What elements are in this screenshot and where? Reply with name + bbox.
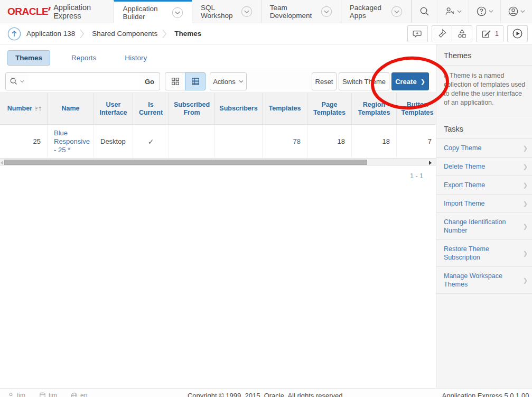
chevron-down-icon[interactable] (241, 6, 253, 17)
up-arrow-button[interactable] (7, 27, 21, 41)
search-column-select-button[interactable] (5, 72, 29, 90)
horizontal-scrollbar[interactable] (0, 159, 436, 165)
globe-icon (71, 392, 78, 397)
chevron-right-icon: ❯ (523, 222, 528, 230)
task-delete-theme[interactable]: Delete Theme❯ (436, 158, 532, 176)
reset-button[interactable]: Reset (312, 72, 337, 90)
templates-count-link[interactable]: 78 (293, 137, 301, 146)
nav-tab-application-builder[interactable]: Application Builder (114, 0, 192, 23)
column-header-subscribers[interactable]: Subscribers (215, 93, 263, 125)
chevron-down-icon (239, 80, 244, 83)
oracle-logo[interactable]: ORACLE Application Express (0, 0, 114, 23)
column-header-number[interactable]: Number (0, 93, 48, 125)
themes-report-table: Number Name User Interface Is Current Su… (0, 93, 436, 159)
product-name: Application Express (53, 3, 103, 20)
pagination-range: 1 - 1 (410, 172, 423, 180)
icon-view-button[interactable] (165, 72, 185, 90)
chevron-down-icon (520, 10, 525, 13)
edit-page-button[interactable]: 1 (476, 25, 503, 42)
search-icon (10, 77, 18, 86)
footer-workspace: tim (39, 392, 57, 397)
search-button[interactable] (412, 0, 437, 23)
breadcrumb-bar: Application 138 Shared Components Themes… (0, 23, 532, 44)
column-header-is-current[interactable]: Is Current (133, 93, 169, 125)
nav-tab-label: SQL Workshop (201, 4, 236, 20)
scroll-left-arrow-icon[interactable] (1, 161, 3, 165)
task-restore-theme-subscription[interactable]: Restore Theme Subscription❯ (436, 240, 532, 267)
task-import-theme[interactable]: Import Theme❯ (436, 195, 532, 213)
task-export-theme[interactable]: Export Theme❯ (436, 176, 532, 195)
chevron-down-icon[interactable] (172, 7, 183, 19)
cell-subscribed-from (169, 125, 215, 159)
task-copy-theme[interactable]: Copy Theme❯ (436, 139, 532, 158)
breadcrumb-application[interactable]: Application 138 (26, 30, 75, 38)
nav-tab-team-development[interactable]: Team Development (261, 0, 341, 23)
report-view-button[interactable] (185, 72, 206, 90)
tab-themes[interactable]: Themes (7, 50, 50, 66)
column-header-name[interactable]: Name (48, 93, 94, 125)
chevron-down-icon (489, 10, 493, 13)
administration-menu-button[interactable] (437, 0, 469, 23)
search-input[interactable] (28, 72, 140, 90)
nav-tab-label: Application Builder (123, 5, 167, 21)
page-tabs: Themes Reports History (7, 50, 168, 66)
column-header-templates[interactable]: Templates (263, 93, 307, 125)
nav-tab-packaged-apps[interactable]: Packaged Apps (341, 0, 412, 23)
sort-ascending-icon (35, 106, 42, 112)
go-button[interactable]: Go (139, 72, 160, 90)
oracle-trademark-icon (48, 7, 51, 11)
shared-components-button[interactable] (452, 25, 472, 42)
chevron-right-icon: ❯ (523, 162, 528, 171)
breadcrumb-separator-icon (162, 27, 167, 41)
play-icon (512, 28, 523, 39)
cell-user-interface: Desktop (94, 125, 133, 159)
scrollbar-thumb[interactable] (4, 160, 367, 165)
cell-templates: 78 (263, 125, 307, 159)
footer: tim tim en Copyright © 1999, 2015, Oracl… (0, 388, 532, 397)
edit-page-number: 1 (495, 30, 499, 38)
cell-subscribers (215, 125, 263, 159)
chevron-down-icon[interactable] (321, 6, 332, 17)
utilities-button-group (432, 25, 472, 42)
nav-tab-label: Packaged Apps (350, 4, 386, 20)
task-manage-workspace-themes[interactable]: Manage Workspace Themes❯ (436, 267, 532, 294)
actions-label: Actions (213, 78, 236, 86)
report-view-icon (191, 77, 200, 86)
task-change-identification-number[interactable]: Change Identification Number❯ (436, 213, 532, 240)
column-header-user-interface[interactable]: User Interface (94, 93, 133, 125)
check-icon: ✓ (148, 137, 154, 146)
scroll-right-arrow-icon[interactable] (429, 161, 432, 165)
chevron-down-icon[interactable] (391, 6, 403, 17)
column-header-subscribed-from[interactable]: Subscribed From (169, 93, 215, 125)
tab-history[interactable]: History (117, 51, 154, 65)
cell-number: 25 (0, 125, 48, 159)
tab-reports[interactable]: Reports (64, 51, 104, 65)
right-sidebar: Themes A Theme is a named collection of … (436, 44, 532, 388)
actions-menu-button[interactable]: Actions (210, 72, 247, 90)
report-toolbar: Go Actions Reset Switch Theme Create ❯ (0, 69, 436, 93)
breadcrumb-shared-components[interactable]: Shared Components (92, 30, 157, 38)
nav-tab-label: Team Development (270, 4, 316, 20)
footer-language: en (71, 392, 87, 397)
chevron-right-icon: ❯ (523, 249, 528, 257)
run-application-button[interactable] (507, 25, 528, 42)
nav-tab-sql-workshop[interactable]: SQL Workshop (192, 0, 261, 23)
admin-wrench-icon (444, 6, 455, 17)
column-header-button-templates[interactable]: Button Templates (397, 93, 436, 125)
spotlight-search-button[interactable] (432, 25, 452, 42)
column-header-region-templates[interactable]: Region Templates (352, 93, 397, 125)
theme-name-link[interactable]: Blue Responsive - 25 * (54, 129, 90, 154)
column-header-page-templates[interactable]: Page Templates (307, 93, 352, 125)
switch-theme-button[interactable]: Switch Theme (339, 72, 389, 90)
feedback-button[interactable] (407, 25, 428, 42)
cell-name: Blue Responsive - 25 * (48, 125, 94, 159)
breadcrumb-themes: Themes (174, 30, 201, 38)
create-button[interactable]: Create ❯ (391, 72, 429, 90)
sidebar-about-title: Themes (436, 44, 532, 66)
help-menu-button[interactable] (469, 0, 500, 23)
user-menu-button[interactable] (500, 0, 532, 23)
breadcrumb-separator-icon (79, 27, 85, 41)
shapes-icon (456, 28, 468, 39)
chevron-right-icon: ❯ (421, 78, 425, 85)
sidebar-tasks-title: Tasks (436, 118, 532, 139)
